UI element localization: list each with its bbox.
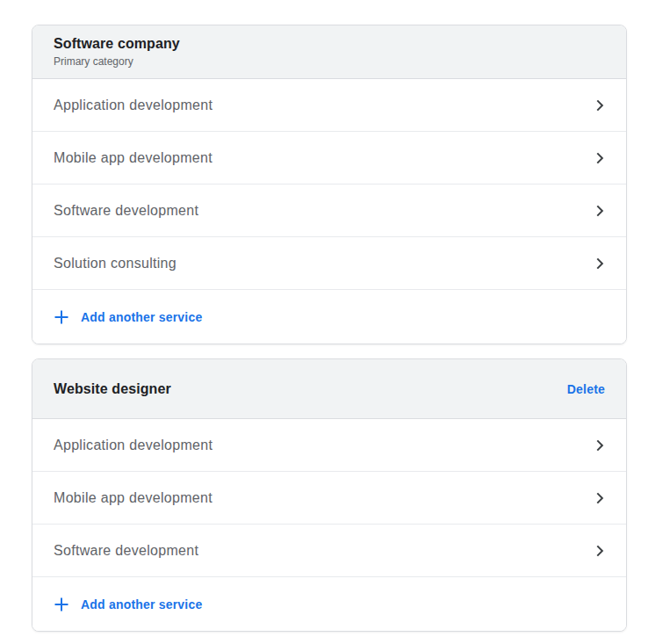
category-subtitle: Primary category [54,54,605,69]
service-row-mobile-app-development[interactable]: Mobile app development [32,132,626,185]
service-label: Application development [54,438,212,453]
service-row-solution-consulting[interactable]: Solution consulting [32,237,626,290]
chevron-right-icon [589,488,610,509]
category-card-header: Website designer Delete [32,359,626,419]
service-row-mobile-app-development[interactable]: Mobile app development [32,472,626,525]
services-editor-page: Software company Primary category Applic… [0,0,648,641]
category-card-software-company: Software company Primary category Applic… [32,25,627,344]
add-service-label: Add another service [81,310,202,324]
service-row-software-development[interactable]: Software development [32,525,626,577]
chevron-right-icon [589,253,610,274]
chevron-right-icon [589,200,610,221]
chevron-right-icon [589,95,610,116]
service-label: Application development [54,98,212,113]
service-label: Software development [54,543,198,559]
chevron-right-icon [589,435,610,456]
service-label: Mobile app development [54,490,212,506]
add-another-service-button[interactable]: Add another service [32,577,626,631]
chevron-right-icon [589,148,610,169]
add-another-service-button[interactable]: Add another service [32,290,626,344]
category-card-website-designer: Website designer Delete Application deve… [32,358,627,632]
plus-icon [54,597,69,612]
service-label: Mobile app development [54,150,212,166]
category-title: Website designer [54,380,171,399]
add-service-label: Add another service [81,597,202,611]
service-row-application-development[interactable]: Application development [32,419,626,472]
category-title: Software company [54,34,605,54]
chevron-right-icon [589,540,610,561]
plus-icon [54,309,69,325]
delete-category-button[interactable]: Delete [567,382,605,396]
service-row-application-development[interactable]: Application development [32,79,626,132]
service-label: Solution consulting [54,256,176,271]
service-row-software-development[interactable]: Software development [32,185,626,237]
category-card-header: Software company Primary category [32,25,626,79]
service-label: Software development [54,203,198,219]
